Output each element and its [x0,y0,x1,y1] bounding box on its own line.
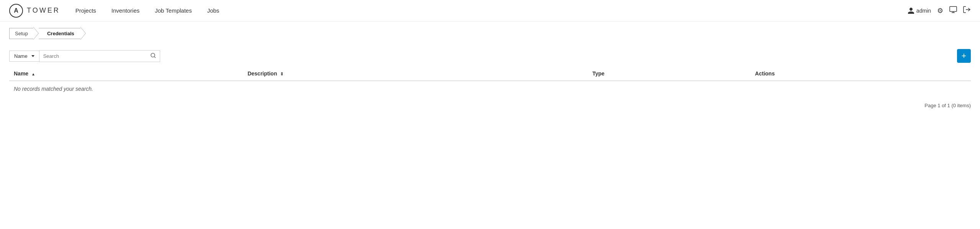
toolbar-left: Name [9,50,160,62]
search-input[interactable] [39,51,147,61]
col-type: Type [588,67,751,81]
table-body: No records matched your search. [9,81,971,97]
search-input-wrapper [39,50,160,62]
pagination: Page 1 of 1 (0 items) [0,97,980,114]
nav-item-inventories[interactable]: Inventories [111,6,139,15]
empty-message: No records matched your search. [9,81,971,97]
nav-username: admin [916,8,931,14]
svg-rect-0 [950,7,957,11]
col-actions: Actions [751,67,971,81]
filter-label: Name [14,53,28,59]
search-button[interactable] [147,51,160,62]
breadcrumb-setup[interactable]: Setup [9,28,34,39]
table-container: Name Description Type Actions No records… [0,67,980,97]
breadcrumb-separator [33,27,39,40]
filter-dropdown[interactable]: Name [9,51,39,62]
col-description[interactable]: Description [243,67,588,81]
svg-line-5 [154,57,156,58]
nav-links: Projects Inventories Job Templates Jobs [75,6,908,15]
logout-icon[interactable] [963,6,971,15]
logo-text: TOWER [27,7,60,15]
logo-area: A TOWER [9,4,60,18]
nav-user: admin [908,7,931,14]
svg-point-4 [151,53,155,57]
add-button[interactable]: + [957,49,971,63]
chevron-down-icon [31,55,34,57]
search-icon [151,53,156,58]
breadcrumb-credentials[interactable]: Credentials [39,28,81,39]
breadcrumb-end-arrow [80,27,86,40]
empty-row: No records matched your search. [9,81,971,97]
logo-icon: A [9,4,23,18]
navbar: A TOWER Projects Inventories Job Templat… [0,0,980,21]
breadcrumb: Setup Credentials [0,21,980,45]
settings-icon[interactable]: ⚙ [937,7,943,15]
nav-item-projects[interactable]: Projects [75,6,96,15]
credentials-table: Name Description Type Actions No records… [9,67,971,97]
nav-right: admin ⚙ [908,6,971,15]
monitor-icon[interactable] [949,6,957,15]
col-name[interactable]: Name [9,67,243,81]
toolbar: Name + [0,45,980,67]
pagination-text: Page 1 of 1 (0 items) [924,103,971,108]
nav-item-jobs[interactable]: Jobs [207,6,220,15]
table-header: Name Description Type Actions [9,67,971,81]
user-icon [908,7,914,14]
nav-item-job-templates[interactable]: Job Templates [155,6,192,15]
